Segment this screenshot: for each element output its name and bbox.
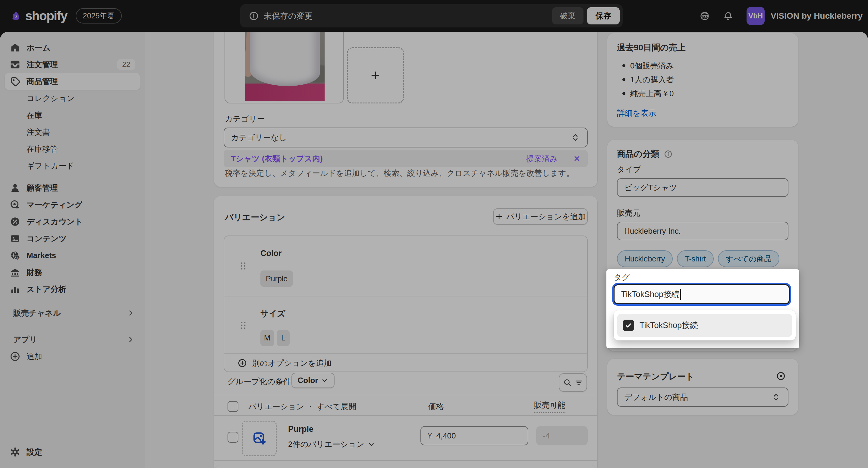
tag-option[interactable]: TikTokShop接続	[617, 314, 792, 337]
text-caret	[680, 289, 681, 300]
check-icon	[624, 321, 632, 329]
tag-spotlight-panel: タグ TikTokShop接続 TikTokShop接続	[607, 269, 799, 348]
tag-input[interactable]: TikTokShop接続	[614, 284, 789, 304]
tag-option-label: TikTokShop接続	[640, 320, 698, 331]
tag-suggestion-dropdown: TikTokShop接続	[614, 310, 796, 341]
dim-overlay	[0, 0, 868, 468]
checked-checkbox-icon[interactable]	[623, 320, 634, 331]
tag-label: タグ	[614, 272, 629, 283]
tag-input-value: TikTokShop接続	[621, 289, 680, 300]
